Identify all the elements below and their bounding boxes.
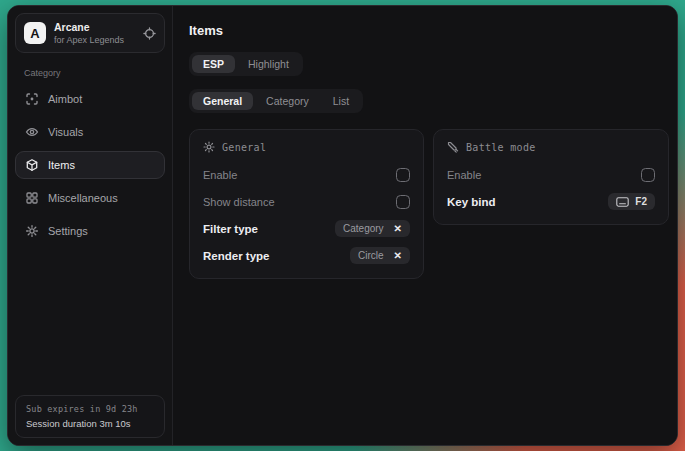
keybind-button[interactable]: F2: [608, 193, 655, 210]
keyboard-icon: [616, 197, 629, 207]
sub-expiry-text: Sub expires in 9d 23h: [26, 404, 154, 414]
swords-icon: [447, 141, 459, 153]
setting-row-enable: Enable: [203, 165, 410, 184]
enable-checkbox[interactable]: [396, 168, 410, 182]
eye-icon: [25, 125, 39, 139]
brand-title: Arcane: [54, 21, 124, 33]
mode-tabs-row: ESP Highlight: [189, 52, 669, 76]
setting-label: Enable: [447, 169, 481, 181]
panels-row: General Enable Show distance Filter type…: [189, 129, 669, 279]
sidebar-item-items[interactable]: Items: [15, 151, 165, 179]
crosshair-icon[interactable]: [143, 27, 156, 40]
tab-general[interactable]: General: [192, 92, 253, 110]
scan-target-icon: [25, 92, 39, 106]
tab-highlight[interactable]: Highlight: [237, 55, 300, 73]
clear-icon[interactable]: ✕: [394, 251, 402, 261]
setting-label: Enable: [203, 169, 237, 181]
category-section-label: Category: [24, 68, 165, 78]
setting-label: Show distance: [203, 196, 275, 208]
brand-text: Arcane for Apex Legends: [54, 21, 124, 45]
package-icon: [25, 158, 39, 172]
app-logo: A: [24, 22, 46, 44]
tab-esp[interactable]: ESP: [192, 55, 235, 73]
setting-row-render-type: Render type Circle ✕: [203, 246, 410, 265]
setting-row-battle-enable: Enable: [447, 165, 655, 184]
sidebar-item-settings[interactable]: Settings: [15, 217, 165, 245]
filter-type-select[interactable]: Category ✕: [335, 220, 410, 237]
view-tabs-row: General Category List: [189, 89, 669, 113]
sidebar: A Arcane for Apex Legends Category: [8, 6, 173, 445]
setting-row-show-distance: Show distance: [203, 192, 410, 211]
battle-mode-panel-title: Battle mode: [466, 142, 536, 153]
tab-category[interactable]: Category: [255, 92, 320, 110]
session-duration-text: Session duration 3m 10s: [26, 418, 154, 429]
sidebar-item-aimbot[interactable]: Aimbot: [15, 85, 165, 113]
general-panel-title: General: [222, 142, 266, 153]
battle-mode-panel-header: Battle mode: [447, 141, 655, 153]
main-content: Items ESP Highlight General Category Lis…: [173, 6, 678, 445]
battle-mode-panel: Battle mode Enable Key bind: [433, 129, 669, 225]
general-panel-header: General: [203, 141, 410, 153]
setting-row-filter-type: Filter type Category ✕: [203, 219, 410, 238]
setting-label: Render type: [203, 250, 269, 262]
show-distance-checkbox[interactable]: [396, 195, 410, 209]
render-type-select[interactable]: Circle ✕: [350, 247, 410, 264]
filter-type-value: Category: [343, 223, 384, 234]
app-window: A Arcane for Apex Legends Category: [7, 5, 678, 446]
sidebar-item-label: Settings: [48, 225, 88, 237]
gear-icon: [25, 224, 39, 238]
sun-icon: [203, 141, 215, 153]
sidebar-item-label: Miscellaneous: [48, 192, 118, 204]
render-type-value: Circle: [358, 250, 384, 261]
subscription-card: Sub expires in 9d 23h Session duration 3…: [15, 395, 165, 438]
sidebar-item-visuals[interactable]: Visuals: [15, 118, 165, 146]
setting-label: Key bind: [447, 196, 496, 208]
mode-tab-group: ESP Highlight: [189, 52, 303, 76]
sidebar-nav: Aimbot Visuals: [15, 85, 165, 245]
sidebar-item-label: Visuals: [48, 126, 83, 138]
setting-row-key-bind: Key bind F2: [447, 192, 655, 211]
keybind-value: F2: [635, 196, 647, 207]
setting-label: Filter type: [203, 223, 258, 235]
brand-card: A Arcane for Apex Legends: [15, 13, 165, 53]
battle-enable-checkbox[interactable]: [641, 168, 655, 182]
desktop-background: A Arcane for Apex Legends Category: [0, 0, 685, 451]
tab-list[interactable]: List: [322, 92, 360, 110]
general-panel: General Enable Show distance Filter type…: [189, 129, 424, 279]
grid-icon: [25, 191, 39, 205]
sidebar-item-miscellaneous[interactable]: Miscellaneous: [15, 184, 165, 212]
sidebar-item-label: Aimbot: [48, 93, 82, 105]
page-title: Items: [189, 23, 669, 38]
view-tab-group: General Category List: [189, 89, 363, 113]
sidebar-item-label: Items: [48, 159, 75, 171]
brand-subtitle: for Apex Legends: [54, 35, 124, 45]
clear-icon[interactable]: ✕: [394, 224, 402, 234]
